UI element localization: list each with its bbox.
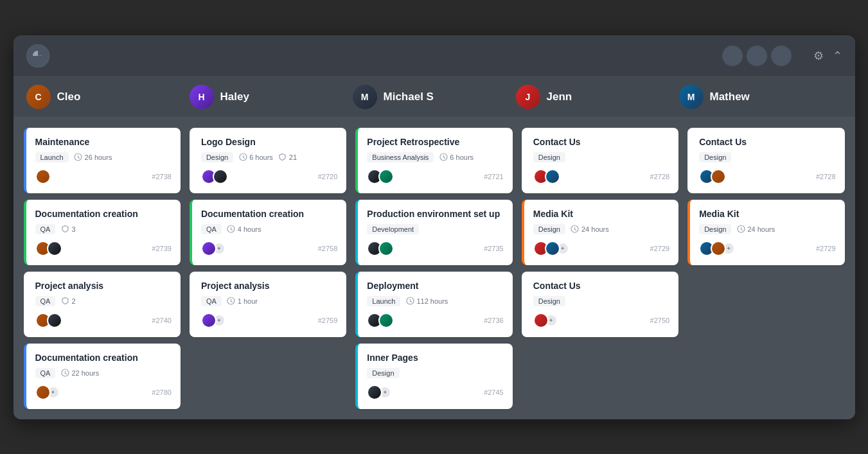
card-title: Production environment set up bbox=[367, 209, 503, 219]
task-card[interactable]: Production environment set upDevelopment… bbox=[355, 200, 512, 265]
card-title: Contact Us bbox=[533, 137, 669, 147]
card-footer: +#2745 bbox=[367, 385, 503, 400]
card-tag: Design bbox=[699, 152, 731, 162]
card-tag: QA bbox=[201, 296, 222, 306]
avatar-group: + bbox=[35, 385, 57, 400]
meta-text: 22 hours bbox=[71, 369, 99, 377]
card-meta: QA3 bbox=[35, 224, 172, 234]
mini-avatar bbox=[201, 241, 217, 256]
card-tag: Launch bbox=[35, 152, 69, 162]
card-id: #2740 bbox=[152, 317, 172, 324]
meta-item: 22 hours bbox=[60, 369, 99, 378]
prev-button[interactable] bbox=[722, 46, 743, 66]
user-col-jenn: JJenn bbox=[516, 85, 679, 109]
mini-avatar bbox=[378, 169, 394, 184]
meta-item: 112 hours bbox=[405, 297, 448, 306]
task-card[interactable]: Media KitDesign24 hours+#2729 bbox=[522, 200, 678, 265]
task-card[interactable]: Contact UsDesign#2728 bbox=[522, 128, 678, 193]
meta-item: 6 hours bbox=[238, 153, 273, 162]
card-tag: Business Analysis bbox=[367, 152, 434, 162]
card-meta: Design bbox=[533, 152, 669, 162]
card-tag: Launch bbox=[367, 296, 400, 306]
mini-avatar bbox=[47, 241, 62, 256]
card-tag: Design bbox=[699, 224, 731, 234]
avatar-michaels: M bbox=[353, 85, 377, 109]
task-card[interactable]: Documentation creationQA22 hours+#2780 bbox=[24, 344, 181, 409]
card-title: Contact Us bbox=[699, 137, 835, 147]
shield-icon bbox=[278, 153, 287, 162]
mini-avatar bbox=[35, 169, 51, 184]
task-card[interactable]: DeploymentLaunch112 hours#2736 bbox=[355, 272, 512, 337]
card-meta: Development bbox=[367, 224, 503, 234]
card-meta: Design bbox=[533, 296, 669, 306]
gear-icon[interactable]: ⚙ bbox=[813, 49, 824, 63]
meta-text: 6 hours bbox=[249, 153, 273, 161]
avatar-haley: H bbox=[190, 85, 214, 109]
meta-item: 1 hour bbox=[227, 297, 258, 306]
avatar-group bbox=[699, 169, 722, 184]
clock-icon bbox=[227, 225, 236, 234]
user-col-mathew: MMathew bbox=[679, 85, 842, 109]
avatar-group bbox=[201, 169, 224, 184]
mini-avatar bbox=[533, 313, 549, 328]
card-tag: Design bbox=[533, 152, 565, 162]
meta-item: 3 bbox=[60, 225, 75, 234]
column-michaels: Project RetrospectiveBusiness Analysis6 … bbox=[355, 128, 512, 409]
header: ⚙ ⌃ bbox=[13, 35, 855, 77]
card-tag: Design bbox=[201, 152, 233, 162]
meta-text: 3 bbox=[71, 225, 75, 233]
card-title: Deployment bbox=[367, 281, 503, 291]
app-container: ⚙ ⌃ CCleoHHaleyMMichael SJJennMMathew Ma… bbox=[13, 35, 855, 419]
next-button[interactable] bbox=[771, 46, 792, 66]
card-tag: Design bbox=[533, 296, 565, 306]
task-card[interactable]: Contact UsDesign+#2750 bbox=[522, 272, 678, 337]
card-id: #2759 bbox=[318, 317, 338, 324]
meta-item: 4 hours bbox=[227, 225, 261, 234]
task-card[interactable]: Contact UsDesign#2728 bbox=[687, 128, 844, 193]
mini-avatar bbox=[367, 385, 382, 400]
username-mathew: Mathew bbox=[710, 91, 750, 103]
column-mathew: Contact UsDesign#2728Media KitDesign24 h… bbox=[687, 128, 844, 409]
clock-icon bbox=[439, 153, 448, 162]
avatar-group: + bbox=[699, 241, 732, 256]
task-card[interactable]: MaintenanceLaunch26 hours#2738 bbox=[24, 128, 181, 193]
card-title: Documentation creation bbox=[35, 353, 172, 363]
card-meta: Design6 hours21 bbox=[201, 152, 337, 162]
clock-icon bbox=[238, 153, 247, 162]
kanban-board: MaintenanceLaunch26 hours#2738Documentat… bbox=[13, 118, 855, 419]
column-jenn: Contact UsDesign#2728Media KitDesign24 h… bbox=[522, 128, 678, 409]
avatar-cleo: C bbox=[26, 85, 51, 109]
user-col-michaels: MMichael S bbox=[353, 85, 516, 109]
app-logo bbox=[26, 44, 49, 67]
avatar-group: + bbox=[367, 385, 389, 400]
meta-item: 24 hours bbox=[736, 225, 775, 234]
card-footer: #2740 bbox=[35, 313, 172, 328]
avatar-group bbox=[533, 169, 556, 184]
avatar-group: + bbox=[201, 313, 223, 328]
meta-text: 21 bbox=[289, 153, 297, 161]
card-meta: Design24 hours bbox=[699, 224, 835, 234]
card-footer: +#2750 bbox=[533, 313, 669, 328]
card-meta: QA22 hours bbox=[35, 368, 172, 378]
mini-avatar bbox=[378, 313, 394, 328]
task-card[interactable]: Media KitDesign24 hours+#2729 bbox=[687, 200, 844, 265]
task-card[interactable]: Documentation creationQA4 hours+#2758 bbox=[190, 200, 346, 265]
task-card[interactable]: Project analysisQA2#2740 bbox=[24, 272, 181, 337]
card-footer: #2735 bbox=[367, 241, 503, 256]
card-tag: Design bbox=[533, 224, 565, 234]
pause-button[interactable] bbox=[747, 46, 767, 66]
card-footer: #2721 bbox=[367, 169, 503, 184]
task-card[interactable]: Inner PagesDesign+#2745 bbox=[355, 344, 512, 409]
task-card[interactable]: Project RetrospectiveBusiness Analysis6 … bbox=[355, 128, 512, 193]
task-card[interactable]: Documentation creationQA3#2739 bbox=[24, 200, 181, 265]
task-card[interactable]: Project analysisQA1 hour+#2759 bbox=[190, 272, 346, 337]
card-tag: QA bbox=[201, 224, 222, 234]
card-tag: Development bbox=[367, 224, 419, 234]
meta-text: 24 hours bbox=[581, 225, 609, 233]
card-footer: #2738 bbox=[35, 169, 172, 184]
meta-text: 24 hours bbox=[747, 225, 775, 233]
chevron-up-icon[interactable]: ⌃ bbox=[833, 49, 842, 63]
mini-avatar bbox=[35, 385, 51, 400]
task-card[interactable]: Logo DesignDesign6 hours21#2720 bbox=[190, 128, 346, 193]
card-id: #2735 bbox=[484, 245, 504, 252]
